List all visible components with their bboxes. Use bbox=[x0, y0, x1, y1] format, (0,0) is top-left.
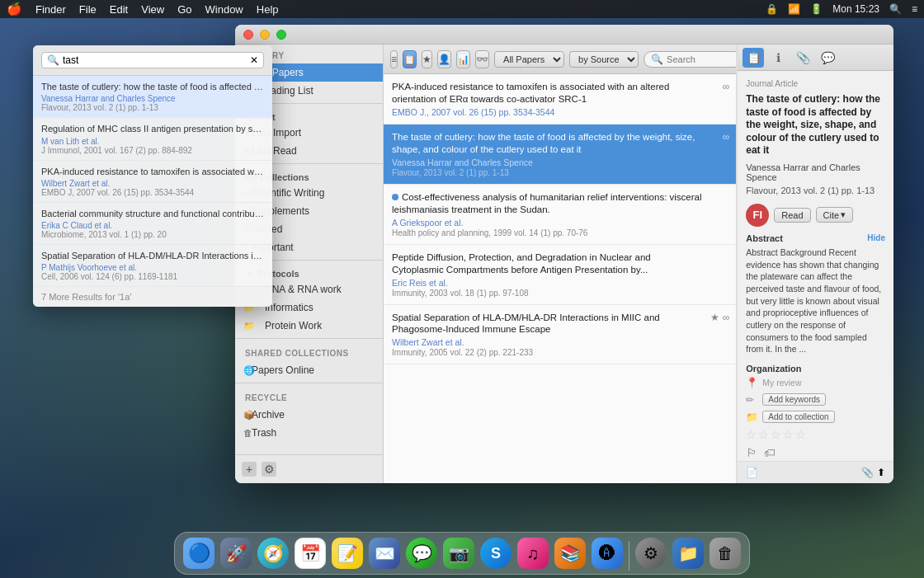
tab-info[interactable]: 📋 bbox=[742, 48, 764, 68]
authors-btn[interactable]: 👤 bbox=[437, 50, 451, 68]
add-collection-button[interactable]: Add to collection bbox=[762, 411, 834, 423]
info-flag-icon[interactable]: 🏳 bbox=[746, 446, 757, 459]
info-paperclip-icon[interactable]: 📎 bbox=[861, 467, 874, 478]
apple-menu[interactable]: 🍎 bbox=[7, 2, 22, 16]
dock-item-launchpad[interactable]: 🚀 bbox=[219, 536, 253, 571]
tab-notes[interactable]: ℹ bbox=[767, 48, 789, 68]
menu-finder[interactable]: Finder bbox=[35, 3, 66, 16]
sidebar-item-trash[interactable]: 🗑 Trash bbox=[235, 424, 383, 442]
dock-item-finder[interactable]: 🔵 bbox=[182, 536, 216, 571]
menu-file[interactable]: File bbox=[79, 3, 97, 16]
control-center-icon[interactable]: ≡ bbox=[912, 3, 917, 15]
star-5[interactable]: ☆ bbox=[795, 428, 806, 441]
list-item[interactable]: The taste of cutlery: how the taste of f… bbox=[33, 76, 272, 118]
info-journal: Flavour, 2013 vol. 2 (1) pp. 1-13 bbox=[746, 186, 885, 195]
menu-go[interactable]: Go bbox=[177, 3, 191, 16]
info-avatar-row: FI Read Cite ▾ bbox=[746, 204, 885, 227]
dock-item-notes[interactable]: 📝 bbox=[330, 536, 365, 571]
dock-item-messages[interactable]: 💬 bbox=[404, 536, 439, 571]
list-item[interactable]: Spatial Separation of HLA-DM/HLA-DR Inte… bbox=[33, 245, 272, 287]
spotlight-icon[interactable]: 🔍 bbox=[889, 3, 902, 15]
cite-button[interactable]: Cite ▾ bbox=[816, 207, 854, 223]
clear-search-icon[interactable]: ✕ bbox=[250, 54, 258, 66]
menubar-left: 🍎 Finder File Edit View Go Window Help bbox=[0, 2, 279, 16]
search-input-container[interactable]: 🔍 ✕ bbox=[41, 52, 264, 68]
star-btn[interactable]: ★ bbox=[422, 50, 432, 68]
menu-window[interactable]: Window bbox=[205, 3, 243, 16]
messages-icon: 💬 bbox=[406, 538, 437, 569]
paper-item[interactable]: Peptide Diffusion, Protection, and Degra… bbox=[384, 245, 736, 305]
dock-item-ibooks[interactable]: 📚 bbox=[553, 536, 587, 571]
notes-icon: 📝 bbox=[332, 538, 363, 569]
dock: 🔵 🚀 🧭 📅 📝 ✉️ 💬 📷 S ♫ 📚 🅐 ⚙ 📁 🗑 bbox=[174, 532, 750, 575]
paper-title: Cost-effectiveness analysis of humanitar… bbox=[392, 191, 728, 216]
paper-search-input[interactable] bbox=[667, 54, 737, 64]
tab-chat[interactable]: 💬 bbox=[817, 48, 838, 68]
close-button[interactable] bbox=[243, 30, 253, 40]
system-prefs-icon: ⚙ bbox=[635, 538, 667, 569]
view-icon-btn[interactable]: 📋 bbox=[403, 50, 417, 68]
keywords-row: ✏ Add keywords bbox=[746, 393, 885, 406]
result-title: Regulation of MHC class II antigen prese… bbox=[41, 123, 264, 134]
sidebar-item-papers-online[interactable]: 🌐 Papers Online bbox=[235, 361, 383, 379]
dock-item-facetime[interactable]: 📷 bbox=[441, 536, 476, 571]
paper-title: PKA-induced resistance to tamoxifen is a… bbox=[392, 81, 728, 106]
search-input[interactable] bbox=[63, 54, 247, 66]
trash2-icon: 🗑 bbox=[710, 538, 741, 569]
sort-select[interactable]: by Source bbox=[569, 51, 639, 68]
filter-button[interactable]: ≡ bbox=[390, 50, 398, 68]
launchpad-icon: 🚀 bbox=[220, 538, 252, 569]
wifi-icon: 📶 bbox=[788, 3, 800, 15]
menu-view[interactable]: View bbox=[141, 3, 164, 16]
info-tag-icon[interactable]: 🏷 bbox=[764, 446, 776, 459]
sidebar-item-archive[interactable]: 📦 Archive bbox=[235, 406, 383, 424]
dock-item-skype[interactable]: S bbox=[478, 536, 513, 571]
list-item[interactable]: PKA-induced resistance to tamoxifen is a… bbox=[33, 161, 272, 203]
add-button[interactable]: + bbox=[242, 462, 257, 477]
more-results[interactable]: 7 More Results for '1a' bbox=[33, 287, 272, 307]
dock-item-mail[interactable]: ✉️ bbox=[367, 536, 402, 571]
stats-btn[interactable]: 📊 bbox=[456, 50, 470, 68]
star-4[interactable]: ☆ bbox=[783, 428, 794, 441]
ibooks-icon: 📚 bbox=[554, 538, 586, 569]
result-author: P Mathijs Voorhoeve et al. bbox=[41, 263, 264, 272]
paper-item[interactable]: Cost-effectiveness analysis of humanitar… bbox=[384, 185, 736, 245]
tab-attachments[interactable]: 📎 bbox=[792, 48, 813, 68]
star-3[interactable]: ☆ bbox=[771, 428, 781, 441]
menu-edit[interactable]: Edit bbox=[110, 3, 128, 16]
hide-abstract-link[interactable]: Hide bbox=[867, 233, 885, 242]
paper-item-selected[interactable]: The taste of cutlery: how the taste of f… bbox=[384, 125, 736, 185]
paper-item[interactable]: Spatial Separation of HLA-DM/HLA-DR Inte… bbox=[384, 305, 736, 365]
finder2-icon: 📁 bbox=[672, 538, 704, 569]
menubar-right: 🔒 📶 🔋 Mon 15:23 🔍 ≡ bbox=[766, 3, 924, 15]
glasses-btn[interactable]: 👓 bbox=[475, 50, 489, 68]
star-2[interactable]: ☆ bbox=[758, 428, 769, 441]
read-button[interactable]: Read bbox=[774, 208, 810, 223]
paper-item[interactable]: PKA-induced resistance to tamoxifen is a… bbox=[384, 74, 736, 125]
list-item[interactable]: Bacterial community structure and functi… bbox=[33, 203, 272, 245]
paper-journal: Immunity, 2003 vol. 18 (1) pp. 97-108 bbox=[392, 289, 728, 298]
sidebar-item-protein-work[interactable]: 📁 Protein Work bbox=[235, 317, 383, 335]
maximize-button[interactable] bbox=[276, 30, 286, 40]
info-upload-icon[interactable]: ⬆ bbox=[877, 467, 885, 478]
minimize-button[interactable] bbox=[260, 30, 270, 40]
list-item[interactable]: Regulation of MHC class II antigen prese… bbox=[33, 118, 272, 160]
source-filter[interactable]: All Papers bbox=[494, 51, 564, 68]
settings-button[interactable]: ⚙ bbox=[262, 462, 276, 477]
dock-item-itunes[interactable]: ♫ bbox=[516, 536, 550, 571]
safari-icon: 🧭 bbox=[257, 538, 289, 569]
star-rating[interactable]: ☆ ☆ ☆ ☆ ☆ bbox=[746, 428, 885, 441]
dock-item-calendar[interactable]: 📅 bbox=[293, 536, 328, 571]
my-review-label: My review bbox=[762, 378, 801, 388]
dock-item-finder2[interactable]: 📁 bbox=[671, 536, 705, 571]
dock-item-safari[interactable]: 🧭 bbox=[256, 536, 290, 571]
menubar-time: Mon 15:23 bbox=[832, 3, 879, 15]
menu-help[interactable]: Help bbox=[257, 3, 279, 16]
dock-item-appstore[interactable]: 🅐 bbox=[590, 536, 625, 571]
dock-item-trash[interactable]: 🗑 bbox=[708, 536, 742, 571]
search-field-container[interactable]: 🔍 bbox=[644, 51, 737, 68]
star-1[interactable]: ☆ bbox=[746, 428, 757, 441]
add-keywords-button[interactable]: Add keywords bbox=[762, 393, 826, 406]
dock-item-system-prefs[interactable]: ⚙ bbox=[634, 536, 668, 571]
skype-icon: S bbox=[480, 538, 512, 569]
